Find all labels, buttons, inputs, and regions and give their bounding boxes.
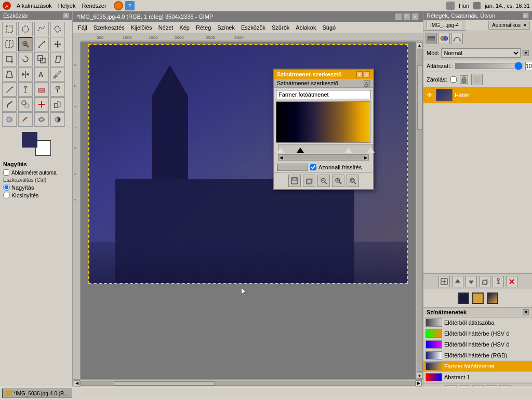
gradient-scroll-right-btn[interactable]: ▶ xyxy=(363,155,368,160)
paintbrush-tool[interactable] xyxy=(18,82,33,97)
eraser-tool[interactable] xyxy=(34,82,49,97)
gradients-expand-btn[interactable]: ▾ xyxy=(523,309,529,315)
canvas-viewport[interactable]: Színátmenet-szerkesztő ▾ × Színátmenet-s… xyxy=(81,42,416,379)
mail-icon[interactable] xyxy=(446,2,455,10)
layers-expand-btn[interactable]: ▾ xyxy=(523,50,529,56)
measure-tool[interactable] xyxy=(34,37,49,51)
layer-anchor-btn[interactable] xyxy=(493,276,504,287)
gradient-item-4[interactable]: Farmer fotóátmenet xyxy=(423,361,532,372)
gradient-stop-0[interactable] xyxy=(277,148,284,153)
gradient-name-field[interactable]: Farmer fotóátmenet xyxy=(276,90,371,99)
menu-kijeloles[interactable]: Kijelölés xyxy=(128,23,155,32)
gradient-item-2[interactable]: Előtérből háttérbe (HSV ó xyxy=(423,339,532,350)
vscroll-up-btn[interactable]: ▲ xyxy=(417,42,423,48)
instant-refresh-checkbox[interactable] xyxy=(310,164,316,170)
gradient-scroll-left-btn[interactable]: ◀ xyxy=(278,155,284,160)
rotate-tool[interactable] xyxy=(18,52,33,66)
by-color-select-tool[interactable] xyxy=(2,37,17,51)
menu-ablakok[interactable]: Ablakok xyxy=(292,23,319,32)
text-tool[interactable]: A xyxy=(34,67,49,82)
opacity-slider[interactable] xyxy=(455,63,523,69)
toolbox-close-button[interactable]: × xyxy=(63,12,69,19)
gradient-dialog-menu-btn[interactable]: ▾ xyxy=(356,71,363,77)
gradient-zoom-out-btn[interactable] xyxy=(317,175,330,187)
lock-alpha-checkbox[interactable] xyxy=(450,76,457,83)
hscroll-track[interactable] xyxy=(80,381,416,386)
layer-item-0[interactable]: 👁 Háttér xyxy=(423,87,532,103)
taskbar-item-gimp[interactable]: *IMG_6036.jpg-4.0 (R... xyxy=(2,389,72,398)
menu-eszkozok[interactable]: Eszközök xyxy=(238,23,269,32)
airbrush-tool[interactable] xyxy=(50,82,65,97)
lock-icon[interactable] xyxy=(460,75,468,84)
gradient-save-btn[interactable] xyxy=(288,175,301,187)
lock-pattern-icon[interactable] xyxy=(471,74,483,85)
gradient-item-5[interactable]: Abstract 1 xyxy=(423,372,532,383)
perspective-clone-tool[interactable] xyxy=(50,97,65,112)
system-menu[interactable]: Rendszer xyxy=(78,2,109,10)
gradient-item-1[interactable]: Előtérből háttérbe (HSV ó xyxy=(423,328,532,339)
flip-tool[interactable] xyxy=(18,67,33,82)
layer-visibility-0[interactable]: 👁 xyxy=(425,91,434,99)
gradient-stop-3[interactable] xyxy=(367,148,375,153)
dodge-burn-tool[interactable] xyxy=(34,112,49,127)
panel-fg-color[interactable] xyxy=(458,292,469,304)
channels-icon[interactable] xyxy=(438,33,450,44)
gradient-item-0[interactable]: Előtérből átlátszóba xyxy=(423,317,532,328)
zoom-in-radio[interactable]: Nagyítás xyxy=(3,184,69,191)
shear-tool[interactable] xyxy=(50,52,65,66)
maximize-button[interactable]: □ xyxy=(403,13,410,20)
rect-select-tool[interactable] xyxy=(2,22,17,36)
menu-sugo[interactable]: Súgó xyxy=(319,23,339,32)
gradient-fit-btn[interactable] xyxy=(347,175,359,187)
horizontal-scrollbar[interactable]: ◀ ▶ xyxy=(73,379,423,387)
menu-nezet[interactable]: Nézet xyxy=(155,23,177,32)
gradient-item-3[interactable]: Előtérből háttérbe (RGB) xyxy=(423,350,532,361)
background-color-box[interactable] xyxy=(35,140,51,156)
foreground-color-box[interactable] xyxy=(22,132,37,148)
ink-tool[interactable] xyxy=(2,97,17,112)
menu-kep[interactable]: Kép xyxy=(176,23,193,32)
heal-tool[interactable] xyxy=(34,97,49,112)
vscroll-track[interactable] xyxy=(417,49,423,372)
desaturate-tool[interactable] xyxy=(50,112,65,127)
pencil-tool[interactable] xyxy=(2,82,17,97)
menu-reteg[interactable]: Réteg xyxy=(193,23,214,32)
panel-mid-color[interactable] xyxy=(472,292,484,304)
window-fit-checkbox[interactable] xyxy=(3,169,9,176)
layer-raise-btn[interactable] xyxy=(452,276,463,287)
vscroll-down-btn[interactable]: ▼ xyxy=(417,373,423,379)
auto-tab-dropdown[interactable]: Automatikus ▾ xyxy=(488,21,530,30)
fuzzy-select-tool[interactable] xyxy=(50,22,65,36)
free-select-tool[interactable] xyxy=(34,22,49,36)
zoom-tool[interactable] xyxy=(18,37,33,51)
zoom-out-radio[interactable]: Kicsinyítés xyxy=(3,192,69,198)
scale-tool[interactable] xyxy=(34,52,49,66)
panel-bg-color[interactable] xyxy=(487,292,498,304)
hscroll-thumb[interactable] xyxy=(114,381,214,385)
paths-icon[interactable] xyxy=(451,33,463,44)
firefox-icon[interactable] xyxy=(114,1,123,10)
layer-delete-btn[interactable] xyxy=(506,276,517,287)
move-tool[interactable] xyxy=(50,37,65,51)
gradient-dialog-close-btn[interactable]: × xyxy=(364,71,370,77)
gradient-scroll-track[interactable] xyxy=(284,155,363,159)
clone-tool[interactable] xyxy=(18,97,33,112)
sound-icon[interactable] xyxy=(473,2,481,9)
mode-select[interactable]: Normál xyxy=(441,48,521,58)
gradient-dialog-collapse-btn[interactable]: △ xyxy=(364,80,370,86)
minimize-button[interactable]: _ xyxy=(395,13,402,20)
menu-szinek[interactable]: Színek xyxy=(214,23,238,32)
menu-szurok[interactable]: Szűrők xyxy=(269,23,292,32)
menu-szerkesztes[interactable]: Szerkesztés xyxy=(90,23,128,32)
perspective-tool[interactable] xyxy=(2,67,17,82)
ellipse-select-tool[interactable] xyxy=(18,22,33,36)
gradient-stop-2[interactable] xyxy=(345,148,352,153)
hscroll-right-btn[interactable]: ▶ xyxy=(416,380,422,387)
vertical-scrollbar[interactable]: ▲ ▼ xyxy=(416,42,423,379)
blur-sharpen-tool[interactable] xyxy=(2,112,17,127)
places-menu[interactable]: Helyek xyxy=(55,2,79,10)
apps-menu[interactable]: Alkalmazások xyxy=(14,2,55,10)
color-picker-tool[interactable] xyxy=(50,67,65,82)
smudge-tool[interactable] xyxy=(18,112,33,127)
help-icon[interactable]: ? xyxy=(125,1,135,10)
